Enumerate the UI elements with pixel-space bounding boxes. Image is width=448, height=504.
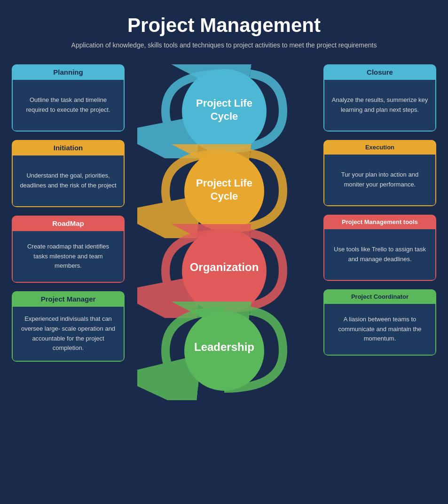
svg-text:Leadership: Leadership [194, 341, 254, 353]
svg-text:Project Life: Project Life [196, 177, 252, 189]
card-planning-body: Outline the task and timeline required t… [12, 80, 125, 132]
svg-text:Project Life: Project Life [196, 97, 252, 109]
cycle-svg-green: Leadership [137, 302, 311, 400]
card-initiation: Initiation Understand the goal, prioriti… [12, 140, 125, 207]
subtitle: Application of knowledge, skills tools a… [5, 40, 443, 50]
card-project-manager-body: Experienced indivisuals that can oversee… [12, 307, 125, 362]
card-roadmap-header: RoadMap [12, 216, 125, 231]
card-project-coordinator: Project Coordinator A liasion between te… [323, 289, 436, 356]
card-closure-body: Analyze the results, summerize key learn… [323, 80, 436, 132]
card-project-manager-header: Project Manager [12, 291, 125, 307]
left-cards: Planning Outline the task and timeline r… [12, 64, 129, 362]
center-cycles: Project Life Cycle [129, 64, 319, 398]
page-title: Project Management [5, 9, 443, 37]
card-execution: Execution Tur your plan into action and … [323, 140, 436, 206]
card-pm-tools-header: Project Management tools [323, 215, 436, 229]
card-project-coordinator-body: A liasion between teams to communicate a… [323, 304, 436, 356]
page-container: Project Management Application of knowle… [0, 0, 448, 504]
svg-text:Cycle: Cycle [210, 110, 238, 122]
svg-text:Cycle: Cycle [210, 190, 238, 202]
card-initiation-body: Understand the goal, priorities, deadlin… [12, 155, 125, 207]
card-roadmap-body: Create roadmap that identifies tasks mil… [12, 231, 125, 283]
card-pm-tools: Project Management tools Use tools like … [323, 215, 436, 281]
card-project-manager: Project Manager Experienced indivisuals … [12, 291, 125, 362]
card-planning-header: Planning [12, 64, 125, 80]
card-execution-header: Execution [323, 140, 436, 155]
card-planning: Planning Outline the task and timeline r… [12, 64, 125, 132]
card-closure-header: Closure [323, 64, 436, 80]
svg-text:Organization: Organization [189, 261, 259, 273]
card-closure: Closure Analyze the results, summerize k… [323, 64, 436, 132]
main-layout: Planning Outline the task and timeline r… [5, 64, 443, 398]
card-project-coordinator-header: Project Coordinator [323, 289, 436, 304]
card-pm-tools-body: Use tools like Trello to assign task and… [323, 229, 436, 281]
card-execution-body: Tur your plan into action and moniter yo… [323, 155, 436, 206]
right-cards: Closure Analyze the results, summerize k… [319, 64, 436, 356]
card-initiation-header: Initiation [12, 140, 125, 155]
cycle-row-green: Leadership [129, 304, 319, 398]
card-roadmap: RoadMap Create roadmap that identifies t… [12, 216, 125, 283]
